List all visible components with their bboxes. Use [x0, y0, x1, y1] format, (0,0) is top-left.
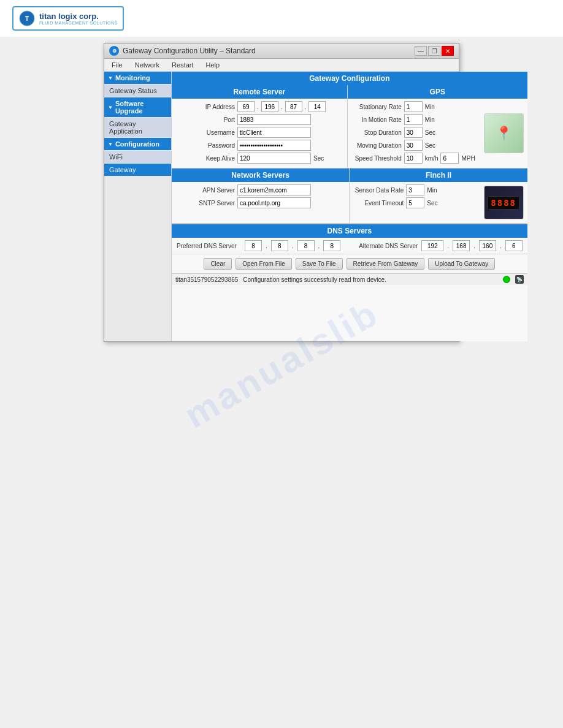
- svg-text:T: T: [25, 15, 29, 22]
- password-input[interactable]: [237, 140, 311, 151]
- finch-device-image: 8888: [484, 186, 524, 219]
- in-motion-rate-input[interactable]: [404, 114, 423, 125]
- monitoring-arrow: ▼: [108, 75, 113, 81]
- ip-address-row: IP Address . . .: [177, 101, 342, 112]
- sidebar: ▼ Monitoring Gateway Status ▼ Software U…: [104, 72, 172, 341]
- remote-server-column: Remote Server IP Address . . .: [172, 85, 348, 168]
- speed-threshold-row: Speed Threshold km/h MPH: [353, 153, 475, 164]
- device-id: titan351579052293865: [175, 276, 238, 283]
- sidebar-item-wifi[interactable]: WiFi: [104, 151, 171, 163]
- alternate-dns-label: Alternate DNS Server: [344, 243, 418, 249]
- remote-gps-section: Remote Server IP Address . . .: [172, 85, 527, 169]
- preferred-dns-octet-2[interactable]: [271, 240, 288, 251]
- sensor-data-rate-unit: Min: [427, 187, 437, 194]
- stop-duration-input[interactable]: [404, 127, 423, 138]
- speed-threshold-mph-input[interactable]: [440, 153, 459, 164]
- alternate-dns-octet-1[interactable]: [421, 240, 443, 251]
- status-message: Configuration settings successfully read…: [243, 276, 497, 283]
- sidebar-section-software-upgrade[interactable]: ▼ Software Upgrade: [104, 97, 171, 117]
- logo-company: titan logix corp.: [39, 12, 118, 21]
- moving-duration-input[interactable]: [404, 140, 423, 151]
- event-timeout-row: Event Timeout Sec: [354, 197, 475, 208]
- keep-alive-input[interactable]: [237, 153, 311, 164]
- window-controls: — ❐ ✕: [415, 46, 454, 56]
- gps-pin-icon: 📍: [496, 126, 512, 142]
- preferred-dns-octet-3[interactable]: [297, 240, 315, 251]
- network-servers-header: Network Servers: [172, 169, 349, 182]
- apn-server-input[interactable]: [237, 184, 311, 195]
- sidebar-item-gateway-application[interactable]: Gateway Application: [104, 118, 171, 137]
- open-from-file-button[interactable]: Open From File: [236, 258, 291, 270]
- stationary-rate-unit: Min: [425, 104, 435, 110]
- alternate-dns-octet-4[interactable]: [505, 240, 523, 251]
- gps-map-image: 📍: [484, 113, 524, 153]
- ip-octet-2[interactable]: [261, 101, 278, 112]
- application-window: ⚙ Gateway Configuration Utility – Standa…: [104, 43, 459, 342]
- speed-threshold-kmh-input[interactable]: [404, 153, 423, 164]
- software-upgrade-label: Software Upgrade: [115, 100, 167, 115]
- ip-octet-3[interactable]: [285, 101, 302, 112]
- mph-unit: MPH: [461, 155, 475, 162]
- sidebar-item-gateway-status[interactable]: Gateway Status: [104, 85, 171, 97]
- clear-button[interactable]: Clear: [204, 258, 232, 270]
- network-servers-column: Network Servers APN Server SNTP Server: [172, 169, 350, 223]
- keep-alive-unit: Sec: [313, 155, 324, 162]
- menu-help[interactable]: Help: [201, 60, 225, 70]
- sidebar-item-gateway[interactable]: Gateway: [104, 164, 171, 176]
- menu-bar: File Network Restart Help: [104, 59, 459, 72]
- ip-octet-4[interactable]: [308, 101, 326, 112]
- device-icon: 📡: [515, 275, 524, 284]
- menu-network[interactable]: Network: [130, 60, 164, 70]
- gateway-config-header: Gateway Configuration: [172, 72, 527, 85]
- remote-server-form: IP Address . . . Port: [172, 99, 347, 168]
- gps-form: Stationary Rate Min In Motion Rate Min: [348, 99, 480, 168]
- port-input[interactable]: [237, 114, 311, 125]
- menu-file[interactable]: File: [107, 60, 128, 70]
- app-icon: ⚙: [109, 46, 119, 56]
- stop-duration-label: Stop Duration: [353, 129, 402, 136]
- sensor-data-rate-input[interactable]: [406, 184, 424, 195]
- sidebar-section-configuration[interactable]: ▼ Configuration: [104, 138, 171, 150]
- in-motion-rate-label: In Motion Rate: [353, 116, 402, 123]
- retrieve-from-gateway-button[interactable]: Retrieve From Gateway: [347, 258, 425, 270]
- close-button[interactable]: ✕: [442, 46, 454, 56]
- moving-duration-label: Moving Duration: [353, 142, 402, 149]
- username-input[interactable]: [237, 127, 311, 138]
- minimize-button[interactable]: —: [415, 46, 427, 56]
- moving-duration-row: Moving Duration Sec: [353, 140, 475, 151]
- dns-row: Preferred DNS Server . . . Alternate DNS…: [172, 238, 527, 254]
- alternate-dns-octet-3[interactable]: [479, 240, 496, 251]
- port-label: Port: [177, 116, 235, 123]
- sntp-server-label: SNTP Server: [177, 200, 235, 207]
- monitoring-label: Monitoring: [115, 74, 150, 82]
- keep-alive-row: Keep Alive Sec: [177, 153, 342, 164]
- alternate-dns-octet-2[interactable]: [453, 240, 470, 251]
- software-upgrade-arrow: ▼: [108, 105, 113, 110]
- ip-octet-1[interactable]: [237, 101, 255, 112]
- save-to-file-button[interactable]: Save To File: [296, 258, 343, 270]
- password-label: Password: [177, 142, 235, 149]
- username-row: Username: [177, 127, 342, 138]
- sntp-server-input[interactable]: [237, 197, 311, 208]
- event-timeout-input[interactable]: [406, 197, 424, 208]
- finch-ii-form: Sensor Data Rate Min Event Timeout Sec: [350, 182, 480, 223]
- stationary-rate-input[interactable]: [404, 101, 423, 112]
- configuration-label: Configuration: [115, 140, 159, 148]
- in-motion-rate-unit: Min: [425, 116, 435, 123]
- dns-servers-header: DNS Servers: [172, 224, 527, 238]
- upload-to-gateway-button[interactable]: Upload To Gateway: [428, 258, 495, 270]
- sntp-server-row: SNTP Server: [177, 197, 344, 208]
- buttons-row: Clear Open From File Save To File Retrie…: [172, 254, 527, 273]
- username-label: Username: [177, 129, 235, 136]
- menu-restart[interactable]: Restart: [167, 60, 198, 70]
- ip-address-label: IP Address: [177, 104, 235, 110]
- moving-duration-unit: Sec: [425, 142, 435, 149]
- right-panel: Gateway Configuration Remote Server IP A…: [172, 72, 527, 341]
- preferred-dns-octet-1[interactable]: [245, 240, 262, 251]
- maximize-button[interactable]: ❐: [428, 46, 440, 56]
- main-content: ▼ Monitoring Gateway Status ▼ Software U…: [104, 72, 459, 341]
- finch-display: 8888: [488, 196, 519, 210]
- gps-column: GPS Stationary Rate Min In Motion: [348, 85, 527, 168]
- preferred-dns-octet-4[interactable]: [323, 240, 340, 251]
- sidebar-section-monitoring[interactable]: ▼ Monitoring: [104, 72, 171, 84]
